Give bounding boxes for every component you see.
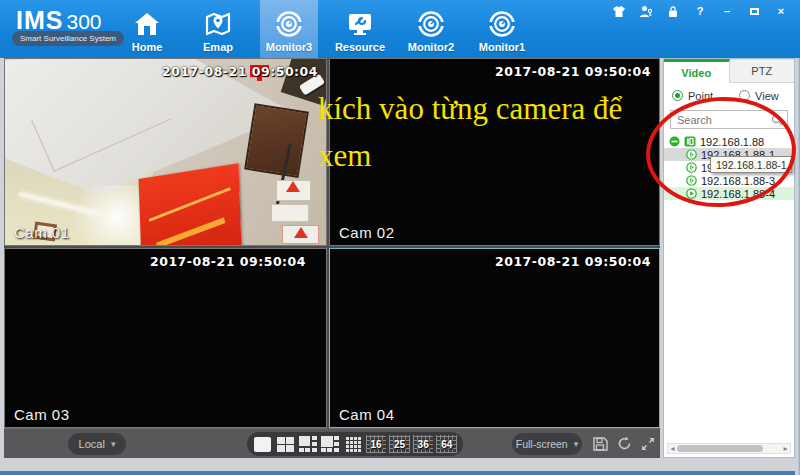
chevron-down-icon: ▾ bbox=[111, 439, 116, 449]
mode-radios: Point View bbox=[664, 83, 794, 108]
search-icon bbox=[771, 114, 783, 126]
video-grid: 2017-08-21 09:50:04 Cam 01 2017-08-21 09… bbox=[4, 58, 660, 458]
local-dropdown-label: Local bbox=[79, 438, 105, 450]
local-dropdown[interactable]: Local ▾ bbox=[68, 433, 126, 455]
nav-label: Emap bbox=[203, 41, 233, 53]
logo-subtitle: Smart Surveillance System bbox=[12, 31, 124, 46]
window-frame-right bbox=[795, 58, 800, 475]
play-icon bbox=[686, 188, 697, 199]
radio-selected-icon bbox=[672, 90, 683, 101]
tree-channel-3[interactable]: 192.168.1.88-3 bbox=[664, 174, 794, 187]
radio-unselected-icon bbox=[739, 90, 750, 101]
minimize-icon[interactable]: – bbox=[720, 4, 734, 18]
search-input[interactable] bbox=[675, 113, 771, 127]
camera-name-label: Cam 01 bbox=[14, 224, 70, 241]
layout-1-button[interactable] bbox=[253, 435, 273, 453]
right-sidebar: Video PTZ Point View 192.168.1.88 bbox=[663, 58, 795, 458]
nav-item-emap[interactable]: Emap bbox=[189, 0, 247, 58]
tree-root-device[interactable]: 192.168.1.88 bbox=[664, 135, 794, 148]
nav-label: Monitor2 bbox=[408, 41, 454, 53]
camera-panel-2[interactable]: 2017-08-21 09:50:04 Cam 02 bbox=[329, 58, 660, 246]
expand-icon bbox=[640, 436, 656, 452]
logo-number: 300 bbox=[66, 10, 101, 33]
window-frame-bottom bbox=[0, 458, 800, 472]
camera-monitor-icon bbox=[416, 7, 446, 41]
camera-timestamp: 2017-08-21 09:50:04 bbox=[162, 64, 318, 79]
layout-8-button[interactable] bbox=[321, 435, 341, 453]
skin-theme-icon[interactable] bbox=[612, 4, 626, 18]
device-icon bbox=[684, 136, 696, 147]
scroll-right-icon[interactable]: ▸ bbox=[781, 444, 790, 453]
channel-tooltip: 192.168.1.88-1 bbox=[710, 156, 792, 173]
layout-16-button[interactable]: 16 bbox=[366, 435, 387, 453]
lock-icon[interactable] bbox=[666, 4, 680, 18]
nav-item-monitor2[interactable]: Monitor2 bbox=[402, 0, 460, 58]
expand-fullscreen-button[interactable] bbox=[638, 434, 657, 453]
chevron-down-icon: ▾ bbox=[574, 439, 579, 449]
tab-video[interactable]: Video bbox=[664, 59, 730, 83]
layout-64-button[interactable]: 64 bbox=[436, 435, 457, 453]
window-frame-blue-edge bbox=[0, 471, 800, 475]
layout-grid-button[interactable] bbox=[343, 435, 363, 453]
logo-title: IMS bbox=[16, 6, 63, 34]
device-address: 192.168.1.88 bbox=[700, 136, 764, 148]
camera-timestamp: 2017-08-21 09:50:04 bbox=[150, 254, 306, 269]
scrollbar-thumb[interactable] bbox=[677, 445, 763, 452]
home-icon bbox=[133, 7, 161, 41]
horizontal-scrollbar[interactable]: ◂ ▸ bbox=[667, 443, 791, 454]
tree-guide-lines bbox=[691, 147, 692, 186]
layout-6-button[interactable] bbox=[298, 435, 318, 453]
fullscreen-dropdown-label: Full-screen bbox=[516, 438, 568, 450]
radio-label: Point bbox=[688, 90, 713, 102]
nav-label: Home bbox=[132, 41, 163, 53]
nav-label: Monitor1 bbox=[479, 41, 525, 53]
camera-monitor-icon bbox=[487, 7, 517, 41]
layout-36-button[interactable]: 36 bbox=[413, 435, 434, 453]
fullscreen-dropdown[interactable]: Full-screen ▾ bbox=[512, 433, 582, 455]
map-icon bbox=[204, 7, 232, 41]
camera-1-live-image bbox=[5, 59, 326, 245]
radio-view[interactable]: View bbox=[739, 90, 779, 102]
maximize-icon[interactable] bbox=[747, 4, 761, 18]
save-view-button[interactable] bbox=[590, 434, 609, 453]
layout-switcher: 16 25 36 64 bbox=[247, 432, 463, 456]
layout-25-button[interactable]: 25 bbox=[389, 435, 410, 453]
collapse-icon[interactable] bbox=[669, 136, 680, 147]
camera-name-label: Cam 02 bbox=[339, 224, 395, 241]
nav-label: Resource bbox=[335, 41, 385, 53]
nav-item-resource[interactable]: Resource bbox=[331, 0, 389, 58]
top-bar: IMS300 Smart Surveillance System Home Em… bbox=[0, 0, 800, 58]
channel-address: 192.168.1.88-3 bbox=[701, 175, 775, 187]
refresh-icon bbox=[616, 435, 633, 452]
bottom-toolbar: Local ▾ 16 25 36 64 Full-screen ▾ bbox=[4, 428, 660, 458]
device-tree: 192.168.1.88 192.168.1.88-1 192.168.1.88… bbox=[664, 135, 794, 200]
layout-4-button[interactable] bbox=[276, 435, 296, 453]
main-nav: Home Emap Monitor3 Resource bbox=[118, 0, 544, 58]
resource-wrench-icon bbox=[346, 7, 374, 41]
camera-timestamp: 2017-08-21 09:50:04 bbox=[495, 254, 651, 269]
refresh-button[interactable] bbox=[615, 434, 634, 453]
app-window: IMS300 Smart Surveillance System Home Em… bbox=[0, 0, 800, 475]
camera-panel-4-selected[interactable]: 2017-08-21 09:50:04 Cam 04 bbox=[329, 248, 660, 428]
radio-label: View bbox=[755, 90, 779, 102]
tab-ptz[interactable]: PTZ bbox=[730, 59, 795, 83]
camera-panel-3[interactable]: 2017-08-21 09:50:04 Cam 03 bbox=[4, 248, 327, 428]
channel-address: 192.168.1.88-4 bbox=[701, 188, 775, 200]
nav-item-home[interactable]: Home bbox=[118, 0, 176, 58]
help-icon[interactable]: ? bbox=[693, 4, 707, 18]
radio-point[interactable]: Point bbox=[672, 90, 713, 102]
nav-item-monitor3[interactable]: Monitor3 bbox=[260, 0, 318, 58]
scroll-left-icon[interactable]: ◂ bbox=[668, 444, 677, 453]
camera-panel-1[interactable]: 2017-08-21 09:50:04 Cam 01 bbox=[4, 58, 327, 246]
nav-item-monitor1[interactable]: Monitor1 bbox=[473, 0, 531, 58]
search-box bbox=[670, 110, 788, 129]
window-controls: ? – × bbox=[612, 4, 788, 18]
sidebar-tabs: Video PTZ bbox=[664, 59, 794, 83]
close-icon[interactable]: × bbox=[774, 4, 788, 18]
switch-user-icon[interactable] bbox=[639, 4, 653, 18]
tree-channel-4[interactable]: 192.168.1.88-4 bbox=[664, 187, 794, 200]
save-icon bbox=[592, 436, 608, 452]
camera-name-label: Cam 04 bbox=[339, 406, 395, 423]
camera-monitor-icon bbox=[274, 7, 304, 41]
camera-name-label: Cam 03 bbox=[14, 406, 70, 423]
